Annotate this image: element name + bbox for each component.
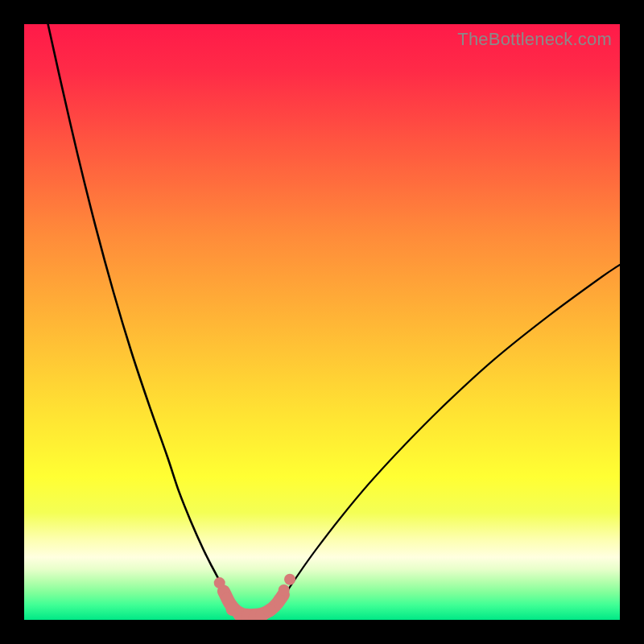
curve-marker — [284, 574, 295, 585]
curve-marker — [221, 592, 233, 604]
plot-svg — [24, 24, 620, 620]
chart-frame: TheBottleneck.com — [0, 0, 644, 644]
curve-marker — [279, 584, 290, 596]
curve-marker — [214, 577, 225, 588]
curve-marker — [263, 604, 276, 617]
plot-area: TheBottleneck.com — [24, 24, 620, 620]
watermark-text: TheBottleneck.com — [457, 29, 612, 50]
gradient-background — [24, 24, 620, 620]
